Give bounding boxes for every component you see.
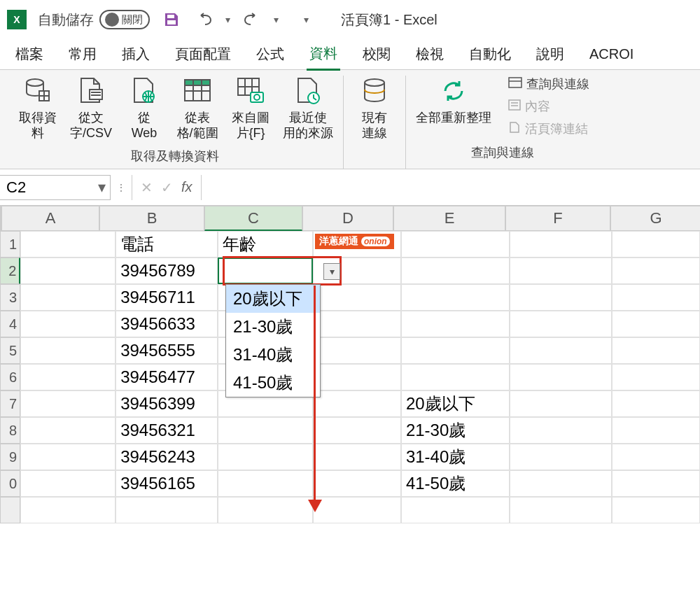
cell-A9[interactable] <box>20 444 115 470</box>
tab-data[interactable]: 資料 <box>307 38 340 71</box>
from-text-button[interactable]: 從文 字/CSV <box>70 76 112 141</box>
cell-E4[interactable] <box>401 311 510 337</box>
cell-F9[interactable] <box>510 444 612 470</box>
row-header-9[interactable]: 9 <box>0 444 20 470</box>
tab-review[interactable]: 校閱 <box>360 39 393 69</box>
tab-help[interactable]: 說明 <box>533 39 567 69</box>
recent-sources-button[interactable]: 最近使 用的來源 <box>283 76 333 141</box>
cell-G3[interactable] <box>612 284 700 311</box>
cell-E10[interactable]: 41-50歲 <box>401 470 510 497</box>
cell-G8[interactable] <box>612 417 700 444</box>
row-header-4[interactable]: 4 <box>0 311 20 337</box>
redo-button[interactable] <box>241 9 262 30</box>
cell-B1[interactable]: 電話 <box>115 231 218 258</box>
from-web-button[interactable]: 從 Web <box>123 76 165 141</box>
refresh-all-button[interactable]: 全部重新整理 <box>416 76 491 126</box>
cell-A2[interactable] <box>20 258 115 284</box>
tab-home[interactable]: 常用 <box>66 39 99 69</box>
cell-G5[interactable] <box>612 337 700 364</box>
get-data-button[interactable]: 取得資 料 <box>17 76 59 141</box>
redo-dropdown-icon[interactable]: ▾ <box>274 14 279 25</box>
col-header-C[interactable]: C <box>204 206 302 231</box>
row-header-2[interactable]: 2 <box>0 258 20 284</box>
row-header-10[interactable]: 0 <box>0 470 20 497</box>
cell-F3[interactable] <box>510 284 612 311</box>
cell-B11[interactable] <box>115 497 218 523</box>
cell-B2[interactable]: 39456789 <box>115 258 218 284</box>
cell-C8[interactable] <box>218 417 313 444</box>
cell-C1[interactable]: 年齡 <box>218 231 313 258</box>
cell-B7[interactable]: 39456399 <box>115 390 218 417</box>
cell-A8[interactable] <box>20 417 115 444</box>
toggle-switch[interactable]: 關閉 <box>99 10 150 29</box>
name-box[interactable]: C2 ▾ <box>0 175 111 200</box>
cell-E2[interactable] <box>401 258 510 284</box>
autosave-toggle[interactable]: 自動儲存 關閉 <box>38 10 150 29</box>
tab-formulas[interactable]: 公式 <box>253 39 287 69</box>
undo-dropdown-icon[interactable]: ▾ <box>225 14 230 25</box>
data-validation-dropdown-button[interactable]: ▾ <box>323 263 340 280</box>
tab-file[interactable]: 檔案 <box>13 39 46 69</box>
cell-D11[interactable] <box>313 497 401 523</box>
from-table-button[interactable]: 從表 格/範圍 <box>176 76 218 141</box>
cell-E5[interactable] <box>401 337 510 364</box>
col-header-F[interactable]: F <box>505 206 610 231</box>
cell-A4[interactable] <box>20 311 115 337</box>
cell-G9[interactable] <box>612 444 700 470</box>
col-header-G[interactable]: G <box>610 206 700 231</box>
cell-B4[interactable]: 39456633 <box>115 311 218 337</box>
cell-A3[interactable] <box>20 284 115 311</box>
cell-F7[interactable] <box>510 390 612 417</box>
cell-A6[interactable] <box>20 364 115 390</box>
cell-G10[interactable] <box>612 470 700 497</box>
row-header-7[interactable]: 7 <box>0 390 20 417</box>
row-header-6[interactable]: 6 <box>0 364 20 390</box>
dropdown-item-2[interactable]: 31-40歲 <box>226 341 320 369</box>
cell-F1[interactable] <box>510 231 612 258</box>
cell-A5[interactable] <box>20 337 115 364</box>
cell-A1[interactable] <box>20 231 115 258</box>
cell-D5[interactable] <box>313 337 401 364</box>
cell-E1[interactable] <box>401 231 510 258</box>
cell-F4[interactable] <box>510 311 612 337</box>
cell-B8[interactable]: 39456321 <box>115 417 218 444</box>
cell-E8[interactable]: 21-30歲 <box>401 417 510 444</box>
cell-G7[interactable] <box>612 390 700 417</box>
tab-view[interactable]: 檢視 <box>413 39 447 69</box>
from-picture-button[interactable]: 來自圖 片{F} <box>230 76 272 141</box>
cell-F5[interactable] <box>510 337 612 364</box>
row-header-5[interactable]: 5 <box>0 337 20 364</box>
tab-acrobat[interactable]: ACROI <box>587 41 636 68</box>
cell-F11[interactable] <box>510 497 612 523</box>
cell-E9[interactable]: 31-40歲 <box>401 444 510 470</box>
cell-B3[interactable]: 39456711 <box>115 284 218 311</box>
col-header-B[interactable]: B <box>99 206 204 231</box>
cell-F10[interactable] <box>510 470 612 497</box>
cell-E3[interactable] <box>401 284 510 311</box>
cell-C9[interactable] <box>218 444 313 470</box>
cell-G2[interactable] <box>612 258 700 284</box>
cell-B6[interactable]: 39456477 <box>115 364 218 390</box>
cell-D6[interactable] <box>313 364 401 390</box>
cell-F8[interactable] <box>510 417 612 444</box>
cell-G1[interactable] <box>612 231 700 258</box>
col-header-D[interactable]: D <box>302 206 393 231</box>
row-header-3[interactable]: 3 <box>0 284 20 311</box>
dropdown-item-3[interactable]: 41-50歲 <box>226 369 320 397</box>
cell-D3[interactable] <box>313 284 401 311</box>
cell-C10[interactable] <box>218 470 313 497</box>
cell-D8[interactable] <box>313 417 401 444</box>
cell-A10[interactable] <box>20 470 115 497</box>
cell-C2[interactable] <box>218 258 313 284</box>
cell-B10[interactable]: 39456165 <box>115 470 218 497</box>
formula-input[interactable] <box>201 175 700 200</box>
undo-button[interactable] <box>193 9 214 30</box>
cell-G11[interactable] <box>612 497 700 523</box>
dropdown-item-1[interactable]: 21-30歲 <box>226 313 320 341</box>
cell-G6[interactable] <box>612 364 700 390</box>
cell-D4[interactable] <box>313 311 401 337</box>
row-header-1[interactable]: 1 <box>0 231 20 258</box>
cell-G4[interactable] <box>612 311 700 337</box>
cell-E7[interactable]: 20歲以下 <box>401 390 510 417</box>
cell-D9[interactable] <box>313 444 401 470</box>
